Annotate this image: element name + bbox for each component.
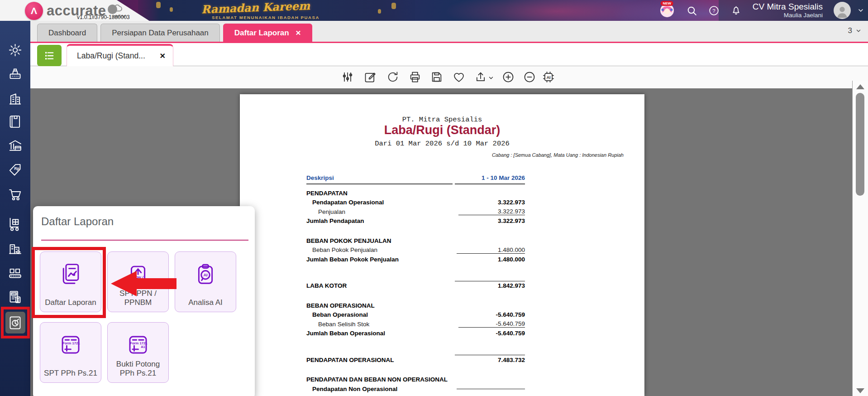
sidebar-item-tax[interactable]: TAX [8,290,23,304]
card-label: SPT PPh Ps.21 [42,369,99,378]
tab-label: Daftar Laporan [234,29,289,38]
zoom-out-button[interactable] [523,71,536,83]
row-label: LABA KOTOR [306,282,453,289]
card-bukti-potong-pph-ps-21[interactable]: Form 1721A1Bukti Potong PPh Ps.21 [107,322,169,383]
row-label: BEBAN OPERASIONAL [306,302,453,309]
svg-text:AI: AI [203,273,207,277]
sidebar-item-inventory[interactable] [8,217,23,232]
sidebar-item-purchase[interactable] [8,187,23,202]
row-label: Jumlah Beban Pokok Penjualan [306,256,453,263]
card-label: Analisa AI [177,298,234,308]
column-header-deskripsi: Deskripsi [306,174,453,184]
sidebar-item-fixed-asset[interactable] [8,241,23,256]
row-value: 1.480.000 [457,246,525,254]
export-button[interactable] [474,71,487,83]
row-value: -5.640.759 [458,320,525,328]
table-rule [306,348,525,355]
column-header-period: 1 - 10 Mar 2026 [455,174,525,184]
vertical-scrollbar[interactable] [852,81,868,396]
report-title: Laba/Rugi (Standar) [240,123,644,137]
save-button[interactable] [430,71,443,83]
table-body: PENDAPATANPendapatan Operasional3.322.97… [306,188,525,396]
row-value: 1.842.973 [455,282,525,289]
close-icon[interactable]: ✕ [296,29,301,37]
table-row: BEBAN POKOK PENJUALAN [306,236,525,246]
tab-laba-rugi[interactable]: Laba/Rugi (Stand... ✕ [67,44,173,66]
mascot-new-icon[interactable]: NEW [659,2,675,19]
row-value [457,389,525,389]
row-value: 3.322.973 [458,208,525,215]
report-list-button[interactable] [37,45,62,66]
report-tab-row: Laba/Rugi (Stand... ✕ [30,43,868,66]
row-label: Pendapatan Operasional [306,199,454,206]
sidebar-item-bank[interactable] [8,138,23,153]
svg-text:AI: AI [547,75,551,80]
main-tab-dashboard[interactable]: Dashboard [37,24,97,42]
help-icon[interactable]: ? [708,5,720,16]
lantern-decoration [156,2,161,8]
avatar[interactable] [834,2,851,19]
table-row: Jumlah Pendapatan3.322.973 [306,217,525,226]
search-icon[interactable] [686,5,697,16]
report-meta: Cabang : [Semua Cabang], Mata Uang : Ind… [492,152,624,158]
table-row: Jumlah Pendapatan Non Operasional0 [306,394,525,396]
row-label: Jumlah Beban Operasional [306,330,453,337]
print-button[interactable] [409,71,421,83]
banner-title: Ramadan Kareem [201,0,310,16]
app-header: Ramadan Kareem SELAMAT MENUNAIKAN IBADAH… [0,0,868,21]
app-window: Ramadan Kareem SELAMAT MENUNAIKAN IBADAH… [0,0,868,396]
row-label: PENDAPATAN DAN BEBAN NON OPERASIONAL [306,376,453,383]
chevron-down-icon[interactable] [488,75,494,81]
row-value: 3.322.973 [457,199,525,206]
version-label: v1.0.1#3790-1880003 [77,14,130,20]
daftar-laporan-popup: Daftar Laporan Daftar LaporanPPN /SPT PP… [33,206,255,396]
sidebar-item-cash-register[interactable] [8,67,23,82]
annotation-arrow-left-icon [111,271,137,296]
row-label: Beban Selisih Stok [306,321,456,328]
main-tab-bar: DashboardPersiapan Data PerusahaanDaftar… [30,21,868,42]
svg-text:A1: A1 [141,345,145,349]
table-row: Pendapatan Operasional3.322.973 [306,198,525,208]
report-tab-label: Laba/Rugi (Stand... [77,51,145,61]
sidebar-item-ledger[interactable] [8,114,23,129]
card-analisa-ai[interactable]: AIAnalisa AI [175,251,236,312]
sidebar-item-manufacture[interactable] [8,266,23,281]
table-row: PENDAPATAN [306,188,525,198]
notification-bell-icon[interactable] [730,5,742,16]
ai-chip-button[interactable]: AI [542,71,555,83]
refresh-button[interactable] [386,71,399,83]
user-menu-chevron-icon[interactable] [857,7,864,14]
table-rule [306,275,525,281]
card-spt-pph-ps-21[interactable]: Form 1721SPT PPh Ps.21 [40,322,101,383]
annotation-box-daftar-laporan [32,247,106,318]
row-label: BEBAN POKOK PENJUALAN [306,237,453,244]
table-row: Pendapatan Non Operasional [306,384,525,394]
scroll-down-icon[interactable] [856,388,864,393]
zoom-in-button[interactable] [502,71,515,83]
scrollbar-thumb[interactable] [856,93,864,196]
sidebar-item-company[interactable] [8,92,23,106]
sidebar-item-sales[interactable]: Rp [8,163,23,178]
main-tab-daftar-laporan[interactable]: Daftar Laporan✕ [223,24,313,42]
row-label: Penjualan [306,208,456,215]
table-row: BEBAN OPERASIONAL [306,301,525,310]
annotation-box-reports [1,307,30,338]
main-tabs: DashboardPersiapan Data PerusahaanDaftar… [37,24,312,42]
favorite-heart-button[interactable] [453,71,465,83]
close-icon[interactable]: ✕ [160,52,166,60]
tab-overflow-count[interactable]: 3 [848,26,862,35]
row-label: Beban Pokok Penjualan [306,246,454,253]
edit-button[interactable] [364,71,377,83]
sidebar-item-settings[interactable] [8,43,23,58]
svg-text:?: ? [712,8,715,13]
accurate-logo-icon: Λ [25,2,43,20]
main-tab-persiapan-data-perusahaan[interactable]: Persiapan Data Perusahaan [100,24,220,42]
user-info[interactable]: CV Mitra Spesialis Maulia Jaelani [753,2,823,19]
lantern-decoration [378,9,381,14]
table-row: Beban Selisih Stok-5.640.759 [306,319,525,329]
row-label: Pendapatan Non Operasional [306,386,454,392]
lantern-decoration [170,7,173,12]
sliders-button[interactable] [341,71,354,83]
row-label: Jumlah Pendapatan [306,217,453,224]
scroll-up-icon[interactable] [856,84,864,89]
